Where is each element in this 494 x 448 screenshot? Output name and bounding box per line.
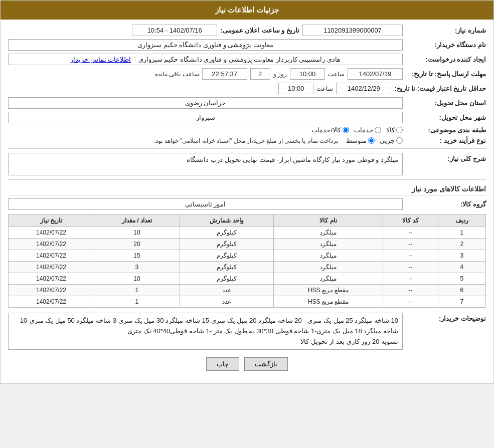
- ijad-konande-value: هادی رامشبینی کاربرداز معاونت پژوهشی و ف…: [8, 54, 403, 65]
- ostan-label: استان محل تحویل:: [406, 99, 486, 107]
- table-row: 4--میلگردکیلوگرم31402/07/22: [9, 262, 486, 273]
- tavazihat-label: توضیحات خریدار:: [406, 313, 486, 322]
- shomare-niaz-value: 1102091399000007: [302, 25, 403, 36]
- radio-kala[interactable]: کالا: [386, 126, 403, 134]
- mohlat-label: مهلت ارسال پاسخ: تا تاریخ:: [406, 70, 486, 78]
- col-vahed: واحد شمارش: [180, 214, 273, 227]
- table-row: 3--میلگردکیلوگرم151402/07/22: [9, 250, 486, 262]
- buttons-row: بازگشت چاپ: [8, 357, 486, 371]
- tarikh-label: تاریخ و ساعت اعلان عمومی:: [220, 27, 299, 34]
- group-kala-label: گروه کالا:: [406, 200, 486, 208]
- mohlat-rooz-label: روز و: [273, 71, 287, 78]
- tamas-khardar-link[interactable]: اطلاعات تماس خریدار: [70, 56, 131, 63]
- mohlat-date: 1402/07/19: [348, 68, 403, 80]
- shahr-value: سبزوار: [8, 112, 403, 123]
- tabaqe-label: طبقه بندی موضوعی:: [406, 126, 486, 134]
- page-header: جزئیات اطلاعات نیاز: [1, 1, 493, 20]
- hadd-aqal-saat-label: ساعت: [316, 85, 333, 92]
- sharh-koli-label: شرح کلی نیاز:: [406, 153, 486, 162]
- table-row: 5--میلگردکیلوگرم101402/07/22: [9, 273, 486, 285]
- ijad-konande-label: ایجاد کننده درخواست:: [406, 56, 486, 63]
- table-row: 7--مقطع مربع HSSعدد11402/07/22: [9, 296, 486, 308]
- bazgasht-button[interactable]: بازگشت: [244, 357, 288, 371]
- tabaqe-radio-group: کالا خدمات کالا/خدمات: [311, 126, 403, 134]
- nam-dastgah-value: معاونت پژوهشی و فناوری دانشگاه حکیم سبزو…: [8, 39, 403, 51]
- mohlat-baqi: 22:57:37: [202, 68, 247, 80]
- page-title: جزئیات اطلاعات نیاز: [215, 6, 279, 14]
- radio-jozi[interactable]: جزیی: [380, 137, 403, 144]
- mohlat-saat-label: ساعت: [328, 71, 345, 78]
- items-table: ردیف کد کالا نام کالا واحد شمارش تعداد /…: [8, 214, 486, 308]
- col-name: نام کالا: [273, 214, 383, 227]
- col-tarikh: تاریخ نیاز: [9, 214, 94, 227]
- nov-farayand-radio-group: جزیی متوسط: [346, 137, 403, 144]
- radio-motavasset[interactable]: متوسط: [346, 137, 375, 144]
- table-row: 6--مقطع مربع HSSعدد11402/07/22: [9, 285, 486, 296]
- chap-button[interactable]: چاپ: [206, 357, 239, 371]
- sharh-koli-value: میلگرد و فوطی مورد نیاز کارگاه ماشین ابز…: [8, 153, 403, 175]
- col-tedad: تعداد / مقدار: [94, 214, 180, 227]
- nov-farayand-desc: پرداخت تمام یا بخشی از مبلغ خرید،از محل …: [154, 137, 338, 144]
- table-row: 1--میلگردکیلوگرم101402/07/22: [9, 227, 486, 239]
- table-row: 2--میلگردکیلوگرم201402/07/22: [9, 239, 486, 250]
- nam-dastgah-label: نام دستگاه خریدار:: [406, 41, 486, 49]
- nov-farayand-label: نوع فرآیند خرید :: [406, 137, 486, 144]
- radio-kala-khadamat[interactable]: کالا/خدمات: [311, 126, 349, 134]
- hadd-aqal-date: 1402/12/29: [336, 83, 391, 94]
- tavazihat-value: 10 شاخه میلگرد 25 میل یک متری - 20 شاخه …: [8, 313, 403, 350]
- hadd-aqal-saat: 10:00: [278, 83, 313, 94]
- col-radif: ردیف: [438, 214, 485, 227]
- mohlat-baqi-label: ساعت باقی مانده: [155, 71, 199, 78]
- hadd-aqal-label: حداقل تاریخ اعتبار قیمت: تا تاریخ:: [394, 85, 486, 92]
- group-kala-value: امور تاسیساتی: [8, 198, 403, 210]
- kalaها-title: اطلاعات کالاهای مورد نیاز: [8, 185, 486, 195]
- col-kod: کد کالا: [383, 214, 438, 227]
- tarikh-value: 1402/07/16 - 10:54: [132, 25, 217, 36]
- shomare-niaz-label: شماره نیاز:: [406, 27, 486, 34]
- mohlat-rooz: 2: [250, 68, 270, 80]
- mohlat-saat: 10:00: [290, 68, 325, 80]
- shahr-label: شهر محل تحویل:: [406, 114, 486, 121]
- ostan-value: خراسان رضوی: [8, 97, 403, 109]
- radio-khadamat[interactable]: خدمات: [354, 126, 381, 134]
